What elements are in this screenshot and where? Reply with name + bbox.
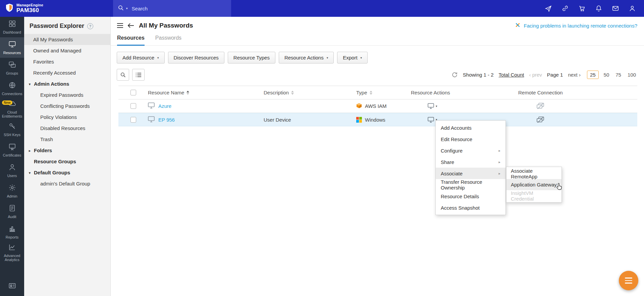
resource-type: AWS IAM: [365, 103, 386, 109]
table-search-button[interactable]: [117, 69, 129, 81]
next-page-button[interactable]: next ›: [568, 72, 581, 78]
page-size-100[interactable]: 100: [626, 71, 637, 79]
resource-monitor-icon: [148, 116, 155, 123]
store-cart-icon[interactable]: [578, 5, 586, 12]
explorer-item-policy-violations[interactable]: Policy Violations: [24, 112, 110, 123]
search-input[interactable]: [132, 6, 212, 11]
menu-item-access-snapshot[interactable]: Access Snapshot: [436, 202, 505, 213]
menu-item-add-accounts[interactable]: Add Accounts: [436, 122, 505, 133]
sidenav-item-cloud-entitlements[interactable]: New Cloud Entitlements: [0, 99, 24, 119]
quick-connect-icon[interactable]: [561, 5, 569, 12]
sidenav-item-users[interactable]: Users: [0, 160, 24, 181]
back-arrow-icon[interactable]: [127, 23, 134, 28]
tab-passwords[interactable]: Passwords: [155, 35, 181, 45]
explorer-item-expired-passwords[interactable]: Expired Passwords: [24, 89, 110, 100]
sidenav-item-reports[interactable]: Reports: [0, 222, 24, 242]
table-row[interactable]: EP 956 User Device Windows ▾: [118, 113, 637, 126]
pagination: Showing 1 - 2 Total Count ‹ prev Page 1 …: [451, 71, 637, 79]
page-size-50[interactable]: 50: [602, 71, 611, 79]
row-checkbox[interactable]: [130, 117, 136, 123]
prev-page-button[interactable]: ‹ prev: [529, 72, 542, 78]
resource-types-button[interactable]: Resource Types: [228, 52, 275, 64]
submenu-item-insightvm-credential: InsightVM Credential: [506, 190, 561, 201]
connections-globe-icon: [8, 81, 16, 90]
explorer-item-all-my-passwords[interactable]: All My Passwords: [24, 34, 110, 45]
sidenav-item-groups[interactable]: Groups: [0, 58, 24, 78]
notifications-bell-icon[interactable]: [595, 5, 602, 12]
menu-item-edit-resource[interactable]: Edit Resource: [436, 133, 505, 145]
sidenav-item-resources[interactable]: Resources: [0, 37, 24, 58]
explorer-item-owned-and-managed[interactable]: Owned and Managed: [24, 45, 110, 56]
global-search-bar[interactable]: ▾: [113, 0, 231, 17]
page-size-selector: 25 50 75 100: [587, 71, 637, 79]
refresh-icon[interactable]: [451, 72, 458, 78]
search-scope-caret-icon[interactable]: ▾: [126, 7, 128, 10]
explorer-item-conflicting-passwords[interactable]: Conflicting Passwords: [24, 100, 110, 112]
menu-item-associate[interactable]: Associate ▸: [436, 168, 505, 179]
resource-type: Windows: [365, 117, 385, 123]
explorer-section-folders[interactable]: ▸ Folders: [24, 145, 110, 156]
groups-icon: [8, 61, 16, 70]
submenu-item-application-gateway[interactable]: Application Gateway: [506, 179, 561, 190]
column-header-description[interactable]: Description: [264, 90, 356, 95]
sidenav-item-connections[interactable]: Connections: [0, 78, 24, 99]
submenu-arrow-icon: ▸: [498, 160, 500, 164]
export-button[interactable]: Export ▾: [337, 52, 368, 64]
sidenav-item-audit[interactable]: Audit: [0, 201, 24, 222]
explorer-item-trash[interactable]: Trash: [24, 134, 110, 145]
discover-resources-button[interactable]: Discover Resources: [168, 52, 224, 64]
help-icon[interactable]: ?: [87, 23, 93, 29]
explorer-section-resource-groups[interactable]: Resource Groups: [24, 156, 110, 167]
account-icon[interactable]: [628, 5, 636, 12]
resource-name-link[interactable]: Azure: [158, 103, 171, 109]
sidenav-item-admin[interactable]: Admin: [0, 181, 24, 201]
audit-document-icon: [8, 204, 16, 213]
resource-actions-button[interactable]: Resource Actions ▾: [279, 52, 334, 64]
explorer-section-default-groups[interactable]: ▾ Default Groups: [24, 167, 110, 178]
menu-item-configure[interactable]: Configure ▸: [436, 145, 505, 156]
sort-icons[interactable]: [370, 91, 372, 95]
add-resource-button[interactable]: Add Resource ▾: [117, 52, 165, 64]
collapse-panel-icon[interactable]: [117, 23, 123, 28]
explorer-item-recently-accessed[interactable]: Recently Accessed: [24, 67, 110, 78]
tab-resources[interactable]: Resources: [117, 35, 145, 46]
remote-connection-icon[interactable]: [518, 103, 637, 109]
gear-icon: [8, 184, 16, 193]
sidenav-item-certificates[interactable]: Certificates: [0, 140, 24, 160]
select-all-checkbox[interactable]: [130, 90, 136, 95]
windows-icon: [356, 117, 362, 123]
remote-connection-icon[interactable]: [518, 117, 637, 123]
key-icon: [8, 122, 16, 131]
resource-name-link[interactable]: EP 956: [158, 117, 175, 123]
sort-icons[interactable]: [291, 91, 294, 95]
explorer-section-admin-actions[interactable]: ▾ Admin Actions: [24, 78, 110, 89]
submenu-item-associate-remoteapp[interactable]: Associate RemoteApp: [506, 168, 561, 179]
current-page-label: Page 1: [547, 72, 563, 78]
row-checkbox[interactable]: [130, 103, 136, 109]
menu-item-share[interactable]: Share ▸: [436, 156, 505, 168]
list-view-button[interactable]: [132, 69, 145, 81]
mail-icon[interactable]: [611, 5, 619, 12]
explorer-item-favorites[interactable]: Favorites: [24, 56, 110, 67]
explorer-item-admins-default-group[interactable]: admin's Default Group: [24, 178, 110, 189]
remote-connection-help-link[interactable]: Facing problems in launching remote conn…: [515, 22, 637, 29]
table-row[interactable]: Azure AWS IAM ▾: [118, 99, 637, 113]
row-resource-actions-button[interactable]: ▾: [411, 103, 518, 109]
total-count-link[interactable]: Total Count: [499, 72, 524, 78]
menu-item-resource-details[interactable]: Resource Details: [436, 191, 505, 202]
sidenav-item-dashboard[interactable]: Dashboard: [0, 17, 24, 37]
manageengine-pam360-logo[interactable]: ManageEngine PAM360: [0, 3, 43, 13]
page-size-75[interactable]: 75: [614, 71, 623, 79]
launch-icon[interactable]: [544, 5, 552, 12]
sort-icons[interactable]: [186, 91, 189, 95]
table-header-row: Resource Name Description Type Resource …: [118, 86, 637, 99]
sidenav-item-advanced-analytics[interactable]: Advanced Analytics: [0, 242, 24, 263]
sidenav-item-ssh-keys[interactable]: SSH Keys: [0, 119, 24, 140]
floating-menu-button[interactable]: [619, 271, 638, 290]
sidenav-item-profile-card[interactable]: [0, 277, 24, 296]
explorer-item-disabled-resources[interactable]: Disabled Resources: [24, 123, 110, 134]
column-header-resource-name[interactable]: Resource Name: [148, 90, 264, 95]
column-header-type[interactable]: Type: [356, 90, 411, 95]
menu-item-transfer-resource-ownership[interactable]: Transfer Resource Ownership: [436, 179, 505, 191]
page-size-25[interactable]: 25: [587, 71, 599, 79]
